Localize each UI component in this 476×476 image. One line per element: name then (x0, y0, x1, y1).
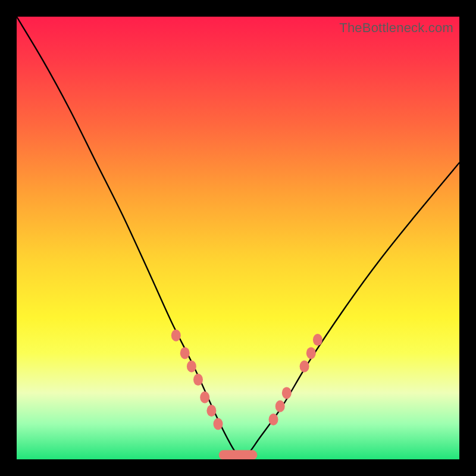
curve-marker (269, 414, 278, 425)
curve-marker (300, 361, 309, 372)
plot-area: TheBottleneck.com (17, 17, 459, 459)
curve-marker (180, 347, 190, 359)
chart-frame: TheBottleneck.com (0, 0, 476, 476)
curve-layer (17, 17, 459, 459)
curve-marker (187, 361, 196, 372)
curve-marker (171, 330, 181, 342)
curve-marker-bottom (219, 450, 258, 459)
curve-marker (282, 387, 292, 399)
curve-marker (306, 347, 316, 359)
curve-marker (214, 418, 223, 430)
curve-marker (313, 334, 322, 346)
curve-marker (275, 400, 285, 412)
bottleneck-curve-path (17, 17, 459, 457)
curve-marker (206, 405, 216, 416)
marker-group (171, 330, 322, 459)
curve-marker (200, 392, 209, 403)
curve-marker (193, 374, 203, 386)
